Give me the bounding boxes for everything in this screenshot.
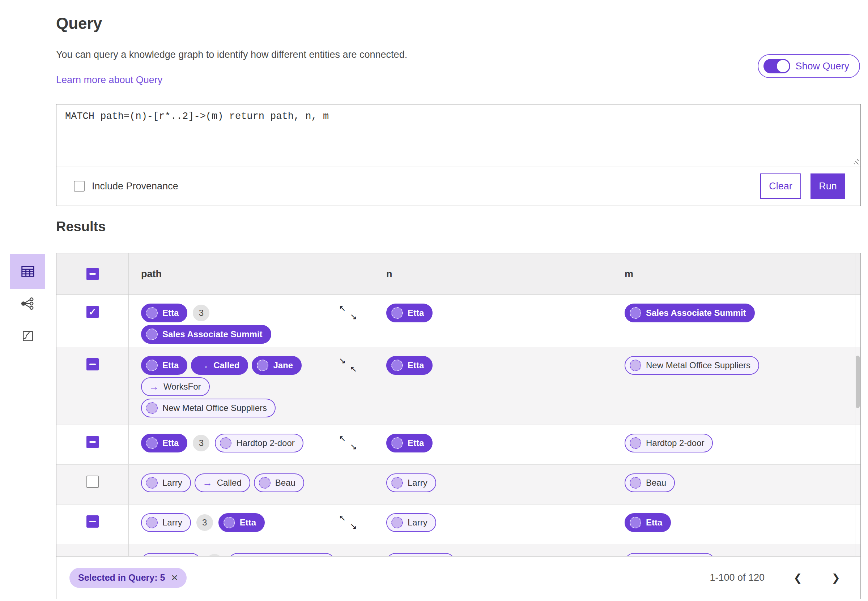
- node-circle-icon: [220, 437, 231, 449]
- indeterminate-icon: [89, 521, 96, 522]
- edge-pill[interactable]: →Called: [194, 473, 250, 492]
- arrow-glyph: ↘: [350, 443, 357, 451]
- path-cell: Etta→CalledJane→WorksForNew Metal Office…: [129, 347, 371, 425]
- row-select-cell: [57, 347, 129, 425]
- pill-label: Beau: [646, 478, 666, 488]
- run-button[interactable]: Run: [810, 174, 845, 199]
- table-view-button[interactable]: [10, 254, 45, 289]
- pill-label: Etta: [240, 517, 256, 528]
- learn-more-link[interactable]: Learn more about Query: [56, 75, 162, 85]
- pill-label: Etta: [646, 517, 662, 528]
- pill-label: Called: [217, 478, 241, 488]
- node-pill[interactable]: [386, 553, 455, 556]
- pill-label: Beau: [275, 478, 295, 488]
- clear-button[interactable]: Clear: [760, 174, 801, 199]
- arrow-glyph: ↖: [339, 435, 346, 443]
- row-checkbox[interactable]: [86, 358, 99, 371]
- node-pill[interactable]: Etta: [386, 304, 432, 322]
- pill-label: Larry: [162, 478, 182, 488]
- node-pill[interactable]: Etta: [625, 513, 671, 532]
- node-pill[interactable]: Larry: [141, 473, 191, 492]
- include-provenance-control[interactable]: Include Provenance: [74, 181, 178, 192]
- scrollbar-thumb[interactable]: [856, 355, 860, 408]
- node-pill[interactable]: Sales Associate Summit: [141, 325, 271, 344]
- table-row: Etta3Hardtop 2-door↖↘EttaHardtop 2-door: [57, 425, 860, 465]
- node-pill[interactable]: Etta: [386, 356, 432, 375]
- count-badge[interactable]: [206, 554, 223, 556]
- node-circle-icon: [630, 307, 641, 319]
- edge-arrow-icon: →: [196, 361, 209, 371]
- check-icon: ✓: [89, 308, 96, 317]
- node-pill[interactable]: Larry: [141, 513, 191, 532]
- edge-pill[interactable]: →Called: [191, 356, 248, 375]
- previous-page-button[interactable]: ❮: [790, 572, 805, 584]
- pill-label: Etta: [408, 360, 424, 371]
- node-pill[interactable]: Etta: [141, 434, 187, 453]
- expand-icon[interactable]: ↖↘: [339, 435, 357, 451]
- next-page-button[interactable]: ❯: [828, 572, 844, 584]
- node-pill[interactable]: New Metal Office Suppliers: [141, 399, 276, 417]
- column-header-m: m: [612, 253, 855, 294]
- count-badge[interactable]: 3: [193, 435, 209, 452]
- node-pill[interactable]: [228, 553, 335, 556]
- node-pill[interactable]: [625, 553, 715, 556]
- collapse-icon[interactable]: ↘↖: [339, 357, 357, 373]
- node-pill[interactable]: Etta: [386, 434, 432, 453]
- toggle-switch-icon[interactable]: [764, 59, 790, 73]
- node-pill[interactable]: Beau: [254, 473, 304, 492]
- node-circle-icon: [146, 328, 158, 340]
- table-row: Larry→CalledBeauLarryBeau: [57, 465, 860, 505]
- query-page: Query You can query a knowledge graph to…: [0, 0, 868, 601]
- node-circle-icon: [146, 402, 158, 414]
- n-cell: [371, 544, 612, 556]
- node-pill[interactable]: Jane: [252, 356, 302, 375]
- node-pill[interactable]: Etta: [141, 304, 187, 322]
- node-circle-icon: [257, 360, 268, 371]
- node-circle-icon: [391, 437, 403, 449]
- arrow-glyph: ↖: [350, 365, 357, 373]
- row-checkbox[interactable]: [86, 436, 99, 448]
- path-line: →WorksFor: [141, 377, 210, 396]
- node-pill[interactable]: Etta: [141, 356, 187, 375]
- pill-label: Hardtop 2-door: [646, 438, 704, 448]
- select-all-checkbox[interactable]: [86, 268, 99, 280]
- map-view-button[interactable]: [17, 325, 39, 347]
- scrollbar-track: [855, 544, 860, 556]
- node-pill[interactable]: Hardtop 2-door: [215, 434, 303, 453]
- graph-view-button[interactable]: [17, 292, 39, 315]
- pill-label: Larry: [408, 517, 428, 528]
- pill-label: Etta: [408, 308, 424, 318]
- node-pill[interactable]: [141, 553, 201, 556]
- node-circle-icon: [630, 517, 641, 528]
- show-query-toggle-button[interactable]: Show Query: [758, 54, 860, 78]
- edge-arrow-icon: →: [200, 478, 212, 488]
- pill-label: Sales Associate Summit: [162, 329, 263, 339]
- column-header-n: n: [371, 253, 612, 294]
- graph-view-icon: [20, 296, 35, 311]
- expand-icon[interactable]: ↖↘: [339, 514, 357, 531]
- indeterminate-icon: [89, 441, 96, 443]
- chip-close-icon[interactable]: ✕: [171, 573, 178, 583]
- node-pill[interactable]: Larry: [386, 473, 436, 492]
- row-checkbox[interactable]: [86, 476, 99, 488]
- pill-label: WorksFor: [164, 381, 201, 392]
- node-pill[interactable]: Sales Associate Summit: [625, 304, 755, 322]
- include-provenance-checkbox[interactable]: [74, 181, 85, 192]
- node-pill[interactable]: New Metal Office Suppliers: [625, 356, 759, 375]
- expand-icon[interactable]: ↖↘: [339, 304, 357, 321]
- edge-pill[interactable]: →WorksFor: [141, 377, 210, 396]
- count-badge[interactable]: 3: [196, 514, 213, 531]
- node-pill[interactable]: Etta: [219, 513, 265, 532]
- node-pill[interactable]: Beau: [625, 473, 675, 492]
- node-pill[interactable]: Hardtop 2-door: [625, 434, 713, 453]
- n-cell: Larry: [371, 505, 612, 544]
- pill-label: Hardtop 2-door: [236, 438, 294, 448]
- arrow-glyph: ↘: [339, 357, 346, 365]
- row-checkbox[interactable]: ✓: [86, 306, 99, 318]
- row-checkbox[interactable]: [86, 516, 99, 528]
- count-badge[interactable]: 3: [193, 305, 209, 321]
- page-description: You can query a knowledge graph to ident…: [56, 49, 407, 60]
- query-editor[interactable]: MATCH path=(n)-[r*..2]->(m) return path,…: [57, 104, 860, 167]
- table-row: Etta→CalledJane→WorksForNew Metal Office…: [57, 347, 860, 425]
- node-pill[interactable]: Larry: [386, 513, 436, 532]
